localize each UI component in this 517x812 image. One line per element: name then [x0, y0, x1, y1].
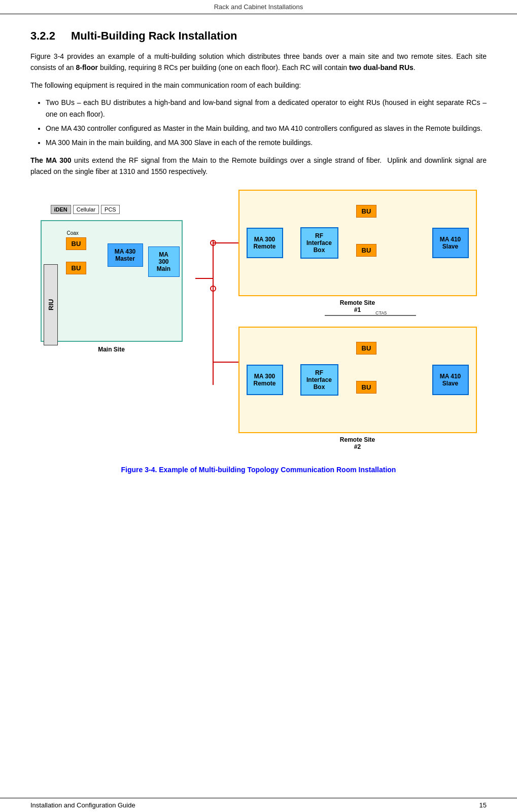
iden-label: iDEN	[51, 205, 71, 214]
ma410-slave-1: MA 410Slave	[432, 228, 469, 258]
footer-left: Installation and Configuration Guide	[30, 801, 135, 809]
top-labels: iDEN Cellular PCS	[51, 205, 120, 214]
diagram-area: Coax CTA5	[30, 190, 487, 453]
bullet-1: Two BUs – each BU distributes a high-ban…	[46, 97, 487, 120]
page-footer: Installation and Configuration Guide 15	[0, 798, 517, 812]
bu-bottom-1: BU	[356, 244, 377, 257]
bu2-box: BU	[66, 262, 87, 274]
pcs-label: PCS	[101, 205, 120, 214]
ma300-remote1: MA 300Remote	[247, 228, 283, 258]
remote-site-2-label: Remote Site#2	[238, 436, 477, 450]
ma410-slave-2: MA 410Slave	[432, 365, 469, 395]
figure-caption: Figure 3-4. Example of Multi-building To…	[30, 466, 487, 474]
svg-point-9	[211, 240, 216, 245]
riu-label: RIU	[44, 264, 58, 345]
svg-point-10	[211, 286, 216, 291]
ma300-main-box: MA 300Main	[148, 246, 180, 277]
footer-right: 15	[479, 801, 487, 809]
remote-site-1-label: Remote Site#1	[238, 299, 477, 313]
diagram-inner: Coax CTA5	[41, 190, 477, 453]
bullet-list: Two BUs – each BU distributes a high-ban…	[46, 97, 487, 149]
remote-site-1-box: MA 300Remote RFInterfaceBox BU BU MA 410…	[238, 190, 477, 296]
header-title: Rack and Cabinet Installations	[214, 3, 303, 11]
remote-site-2-box: MA 300Remote RFInterfaceBox BU BU MA 410…	[238, 327, 477, 433]
section-number: 3.2.2	[30, 29, 71, 43]
ma430-box: MA 430Master	[108, 243, 143, 267]
paragraph-1: Figure 3-4 provides an example of a mult…	[30, 51, 487, 74]
rf-interface-1: RFInterfaceBox	[300, 227, 338, 259]
ma300-remote2: MA 300Remote	[247, 365, 283, 395]
bu-bottom-2: BU	[356, 381, 377, 394]
bullet-2: One MA 430 controller configured as Mast…	[46, 123, 487, 134]
bu-top-1: BU	[356, 205, 377, 218]
rf-interface-2: RFInterfaceBox	[300, 364, 338, 396]
bu1-box: BU	[66, 237, 87, 250]
main-site-box: RIU BU BU MA 430Master MA 300Main Coax	[41, 220, 183, 342]
bullet-3: MA 300 Main in the main building, and MA…	[46, 137, 487, 148]
coax-label-inside: Coax	[67, 230, 79, 236]
page-content: 3.2.2 Multi-Building Rack Installation F…	[0, 14, 517, 494]
page-header: Rack and Cabinet Installations	[0, 0, 517, 14]
section-heading: 3.2.2 Multi-Building Rack Installation	[30, 29, 487, 43]
section-title: Multi-Building Rack Installation	[71, 29, 237, 43]
bold-paragraph: The MA 300 units extend the RF signal fr…	[30, 155, 487, 178]
cellular-label: Cellular	[73, 205, 99, 214]
bu-top-2: BU	[356, 342, 377, 355]
paragraph-2: The following equipment is required in t…	[30, 80, 487, 91]
main-site-label: Main Site	[41, 346, 183, 353]
